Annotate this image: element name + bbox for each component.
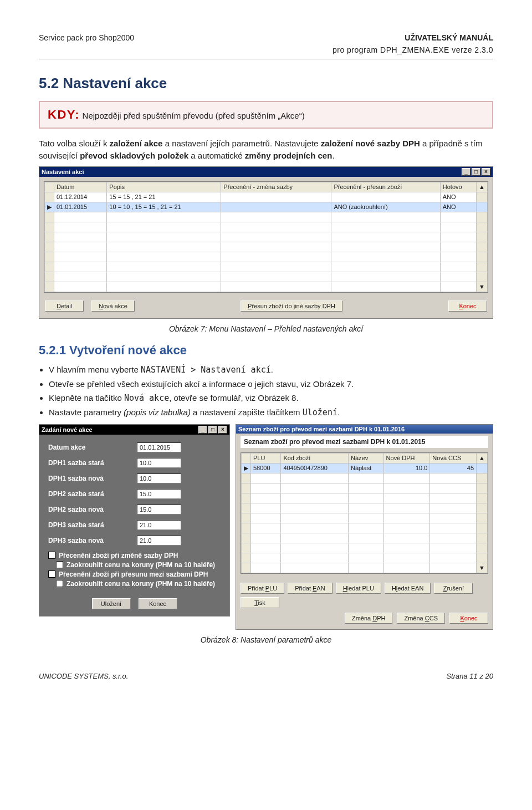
kdy-text: Nejpozději před spuštěním převodu (před … bbox=[83, 111, 305, 120]
table-row: ▼ bbox=[242, 563, 488, 573]
p1a: Tato volba slouží k bbox=[39, 139, 110, 148]
goods-grid[interactable]: PLU Kód zboží Název Nové DPH Nová CCS ▲ … bbox=[241, 452, 488, 574]
ulozeni-button[interactable]: Uložení bbox=[92, 598, 131, 609]
figure-8-caption: Obrázek 8: Nastavení parametrů akce bbox=[39, 635, 493, 644]
list-item: V hlavním menu vyberte NASTAVENÍ > Nasta… bbox=[49, 363, 493, 376]
col-prec-zmena[interactable]: Přecenění - změna sazby bbox=[221, 182, 331, 192]
input-dph1-stara[interactable]: 10.0 bbox=[137, 458, 181, 468]
table-row bbox=[242, 523, 488, 533]
tisk-button[interactable]: Tisk bbox=[241, 597, 279, 608]
presun-zbozi-button[interactable]: Přesun zboží do jiné sazby DPH bbox=[241, 300, 342, 312]
label-dph1-nova: DPH1 sazba nová bbox=[48, 475, 131, 482]
table-row bbox=[45, 242, 488, 252]
figure-7-caption: Obrázek 7: Menu Nastavení – Přehled nast… bbox=[39, 324, 493, 333]
col-hotovo[interactable]: Hotovo bbox=[440, 182, 476, 192]
zmena-dph-button[interactable]: Změna DPH bbox=[345, 613, 393, 624]
actions-grid[interactable]: Datum Popis Přecenění - změna sazby Přec… bbox=[44, 181, 488, 293]
label-dph3-nova: DPH3 sazba nová bbox=[48, 537, 131, 544]
col-nove-dph[interactable]: Nové DPH bbox=[383, 453, 430, 463]
table-row bbox=[45, 212, 488, 222]
close-icon[interactable]: × bbox=[482, 168, 490, 176]
checkbox-preceneni-presun[interactable]: ✓ bbox=[48, 570, 55, 578]
pridat-ean-button[interactable]: Přidat EAN bbox=[288, 583, 332, 594]
table-row bbox=[242, 503, 488, 513]
p1c: a nastavení jejích parametrů. Nastavujet… bbox=[162, 139, 320, 148]
detail-button[interactable]: Detail bbox=[45, 300, 84, 312]
minimize-icon[interactable]: _ bbox=[198, 426, 207, 434]
checkbox-label: Přecenění zboží při změně sazby DPH bbox=[59, 552, 178, 559]
input-dph1-nova[interactable]: 10.0 bbox=[137, 473, 181, 483]
nova-akce-button[interactable]: Nová akce bbox=[91, 300, 135, 312]
table-row bbox=[242, 513, 488, 523]
hledat-ean-button[interactable]: Hledat EAN bbox=[385, 583, 431, 594]
col-popis[interactable]: Popis bbox=[107, 182, 221, 192]
kdy-label: KDY: bbox=[48, 108, 80, 121]
col-datum[interactable]: Datum bbox=[54, 182, 107, 192]
label-dph1-stara: DPH1 sazba stará bbox=[48, 459, 131, 467]
window-title: Nastavení akcí bbox=[42, 169, 84, 175]
table-row bbox=[45, 232, 488, 242]
window-nastaveni-akci: Nastavení akcí _ □ × Datum Popis Přeceně… bbox=[39, 166, 493, 319]
input-datum-akce[interactable]: 01.01.2015 bbox=[137, 442, 181, 452]
window-title: Seznam zboží pro převod mezi sazbami DPH… bbox=[238, 426, 405, 432]
checkbox-label: Zaokrouhlit cenu na koruny (PHM na 10 ha… bbox=[66, 561, 215, 569]
header-left: Service pack pro Shop2000 bbox=[39, 33, 134, 42]
intro-paragraph: Tato volba slouží k založení akce a nast… bbox=[39, 137, 493, 162]
table-row[interactable]: 01.12.2014 15 = 15 , 21 = 21 ANO bbox=[45, 192, 488, 202]
col-nova-ccs[interactable]: Nová CCS bbox=[430, 453, 477, 463]
header-sub: pro program DPH_ZMENA.EXE verze 2.3.0 bbox=[39, 45, 493, 54]
table-row[interactable]: ▶ 58000 4049500472890 Náplast 10.0 45 bbox=[242, 463, 488, 473]
p1g: a automatické bbox=[188, 151, 245, 160]
header-rule bbox=[39, 59, 493, 59]
input-dph2-nova[interactable]: 15.0 bbox=[137, 505, 181, 514]
table-row: ▼ bbox=[45, 282, 488, 292]
col-plu[interactable]: PLU bbox=[251, 453, 281, 463]
maximize-icon[interactable]: □ bbox=[472, 168, 480, 176]
window-zadani-nove-akce: Zadání nové akce _ □ × Datum akce 01.01.… bbox=[39, 424, 230, 617]
checkbox-zaokrouhlit-2[interactable]: ✓ bbox=[56, 580, 63, 587]
scroll-down-icon[interactable]: ▼ bbox=[477, 563, 488, 573]
table-row bbox=[45, 222, 488, 232]
minimize-icon[interactable]: _ bbox=[462, 168, 470, 176]
p1d: založení nové sazby DPH bbox=[321, 139, 420, 148]
konec-button[interactable]: Konec bbox=[448, 300, 487, 312]
window-seznam-zbozi: Seznam zboží pro převod mezi sazbami DPH… bbox=[236, 424, 493, 630]
col-nazev[interactable]: Název bbox=[348, 453, 383, 463]
input-dph3-stara[interactable]: 21.0 bbox=[137, 520, 181, 530]
input-dph2-stara[interactable]: 15.0 bbox=[137, 489, 181, 499]
close-icon[interactable]: × bbox=[218, 426, 227, 434]
pridat-plu-button[interactable]: Přidat PLU bbox=[241, 583, 284, 594]
steps-list: V hlavním menu vyberte NASTAVENÍ > Nasta… bbox=[49, 363, 493, 420]
zruseni-button[interactable]: Zrušení bbox=[434, 583, 473, 594]
scroll-down-icon[interactable]: ▼ bbox=[477, 282, 488, 292]
maximize-icon[interactable]: □ bbox=[208, 426, 217, 434]
grid-corner bbox=[45, 182, 54, 192]
checkbox-zaokrouhlit-1[interactable] bbox=[56, 561, 63, 568]
scroll-up-icon[interactable]: ▲ bbox=[477, 453, 488, 463]
konec-button[interactable]: Konec bbox=[139, 598, 177, 609]
footer-company: UNICODE SYSTEMS, s.r.o. bbox=[39, 672, 128, 680]
list-item: Nastavte parametry (popis viz tabulka) a… bbox=[49, 406, 493, 419]
col-prec-presun[interactable]: Přecenění - přesun zboží bbox=[331, 182, 440, 192]
footer-page: Strana 11 z 20 bbox=[446, 672, 493, 680]
table-row bbox=[45, 272, 488, 282]
table-row bbox=[242, 553, 488, 563]
checkbox-preceneni-zmena[interactable] bbox=[48, 552, 55, 559]
subtitle: Seznam zboží pro převod mezi sazbami DPH… bbox=[241, 436, 488, 448]
col-kod[interactable]: Kód zboží bbox=[281, 453, 349, 463]
heading-5-2-1: 5.2.1 Vytvoření nové akce bbox=[39, 343, 493, 358]
heading-5-2: 5.2 Nastavení akce bbox=[39, 75, 493, 92]
zmena-ccs-button[interactable]: Změna CCS bbox=[397, 613, 445, 624]
konec-button[interactable]: Konec bbox=[449, 613, 488, 624]
hledat-plu-button[interactable]: Hledat PLU bbox=[336, 583, 381, 594]
header-right: UŽIVATELSKÝ MANUÁL bbox=[405, 33, 493, 42]
input-dph3-nova[interactable]: 21.0 bbox=[137, 536, 181, 546]
list-item: Klepněte na tlačítko Nová akce, otevře s… bbox=[49, 391, 493, 405]
checkbox-label: Zaokrouhlit cenu na koruny (PHM na 10 ha… bbox=[66, 580, 215, 588]
scroll-up-icon[interactable]: ▲ bbox=[477, 182, 488, 192]
table-row[interactable]: ▶ 01.01.2015 10 = 10 , 15 = 15 , 21 = 21… bbox=[45, 202, 488, 212]
label-dph2-stara: DPH2 sazba stará bbox=[48, 490, 131, 498]
p1f: převod skladových položek bbox=[80, 151, 188, 160]
table-row bbox=[45, 262, 488, 272]
table-row bbox=[242, 533, 488, 543]
